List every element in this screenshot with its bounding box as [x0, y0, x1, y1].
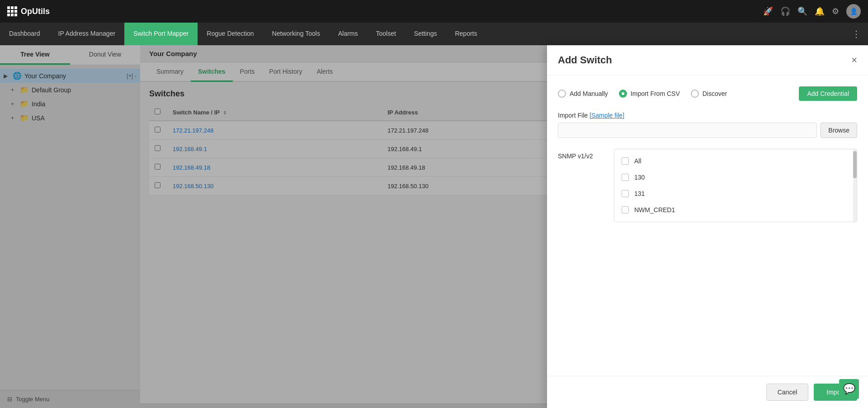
credential-list: All 130 131 NWM_CRED1	[614, 149, 857, 222]
avatar[interactable]: 👤	[846, 4, 861, 19]
bell-icon[interactable]: 🔔	[815, 6, 825, 16]
browse-button[interactable]: Browse	[821, 123, 857, 138]
import-file-label: Import File [Sample file]	[558, 112, 857, 119]
nav-reports[interactable]: Reports	[446, 23, 486, 45]
modal-title: Add Switch	[558, 54, 612, 66]
search-icon[interactable]: 🔍	[797, 6, 807, 16]
cred-label-130: 130	[634, 174, 645, 181]
cred-item-130[interactable]: 130	[614, 169, 857, 185]
add-credential-button[interactable]: Add Credential	[799, 86, 857, 101]
cred-checkbox-130[interactable]	[622, 174, 629, 181]
cred-item-nwm[interactable]: NWM_CRED1	[614, 202, 857, 218]
radio-circle-manually	[558, 90, 566, 98]
more-menu-icon[interactable]: ⋮	[844, 23, 868, 45]
app-logo: OpUtils	[7, 6, 50, 16]
cancel-button[interactable]: Cancel	[766, 384, 809, 401]
nav-networking-tools[interactable]: Networking Tools	[263, 23, 329, 45]
cred-item-all[interactable]: All	[614, 153, 857, 169]
modal-body: Add Manually Import From CSV Discover Ad…	[547, 76, 868, 376]
add-switch-modal: Add Switch × Add Manually Import From CS…	[547, 45, 868, 408]
radio-circle-csv	[619, 90, 627, 98]
gear-icon[interactable]: ⚙	[832, 6, 839, 16]
cred-checkbox-nwm[interactable]	[622, 206, 629, 213]
nav-settings[interactable]: Settings	[405, 23, 446, 45]
modal-footer: Cancel Import	[547, 376, 868, 408]
radio-discover[interactable]: Discover	[691, 90, 727, 98]
app-name: OpUtils	[21, 7, 50, 16]
nav-dashboard[interactable]: Dashboard	[0, 23, 49, 45]
nav-alarms[interactable]: Alarms	[329, 23, 367, 45]
radio-label-csv: Import From CSV	[631, 90, 680, 97]
cred-checkbox-all[interactable]	[622, 157, 629, 165]
cred-label-nwm: NWM_CRED1	[634, 206, 675, 213]
radio-import-csv[interactable]: Import From CSV	[619, 90, 680, 98]
grid-icon	[7, 6, 17, 16]
radio-add-manually[interactable]: Add Manually	[558, 90, 608, 98]
modal-header: Add Switch ×	[547, 45, 868, 76]
radio-label-manually: Add Manually	[570, 90, 608, 97]
cred-checkbox-131[interactable]	[622, 190, 629, 197]
nav-toolset[interactable]: Toolset	[367, 23, 405, 45]
credential-list-inner: All 130 131 NWM_CRED1	[614, 149, 857, 222]
radio-circle-discover	[691, 90, 699, 98]
topbar-right: 🚀 🎧 🔍 🔔 ⚙ 👤	[763, 4, 861, 19]
nav-ip-address-manager[interactable]: IP Address Manager	[49, 23, 125, 45]
headset-icon[interactable]: 🎧	[780, 6, 790, 16]
file-path-input[interactable]	[558, 123, 817, 138]
chat-icon: 💬	[843, 383, 855, 395]
modal-overlay: Add Switch × Add Manually Import From CS…	[0, 45, 868, 408]
topbar: OpUtils 🚀 🎧 🔍 🔔 ⚙ 👤	[0, 0, 868, 23]
chat-fab-button[interactable]: 💬	[839, 379, 859, 399]
nav-switch-port-mapper[interactable]: Switch Port Mapper	[124, 23, 198, 45]
cred-label-all: All	[634, 157, 642, 165]
radio-group: Add Manually Import From CSV Discover	[558, 90, 799, 98]
modal-close-button[interactable]: ×	[851, 54, 857, 66]
radio-label-discover: Discover	[703, 90, 727, 97]
cred-item-131[interactable]: 131	[614, 185, 857, 202]
sample-file-link[interactable]: [Sample file]	[590, 112, 624, 119]
cred-label-131: 131	[634, 190, 645, 197]
import-file-row: Browse	[558, 123, 857, 138]
navbar: Dashboard IP Address Manager Switch Port…	[0, 23, 868, 45]
nav-rogue-detection[interactable]: Rogue Detection	[198, 23, 263, 45]
credential-type-label: SNMP v1/v2	[558, 149, 603, 222]
credentials-section: SNMP v1/v2 All 130 131	[558, 149, 857, 222]
scrollbar-thumb[interactable]	[853, 151, 857, 178]
scrollbar-track[interactable]	[853, 149, 857, 222]
rocket-icon[interactable]: 🚀	[763, 6, 773, 16]
